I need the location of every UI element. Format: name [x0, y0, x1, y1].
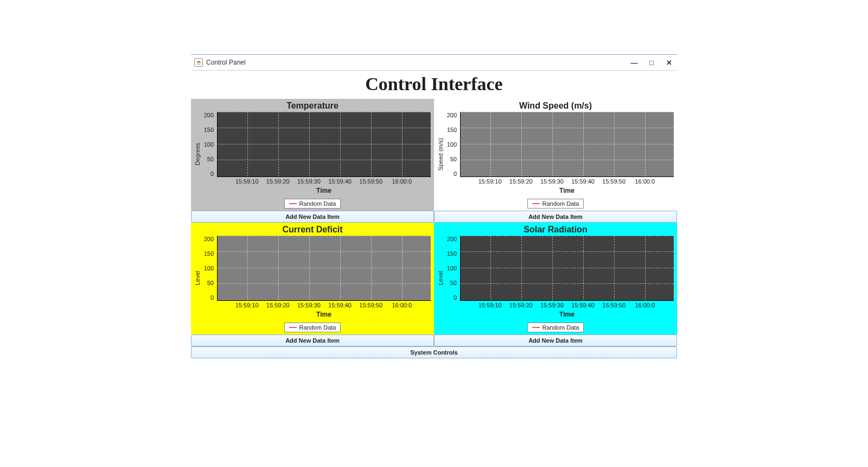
gridline	[247, 236, 248, 300]
x-tick: 15:59:40	[571, 178, 595, 185]
button-row: Add New Data ItemAdd New Data Item	[191, 335, 677, 346]
x-tick: 15:59:40	[571, 302, 595, 308]
gridline	[461, 268, 674, 268]
y-tick: 0	[202, 171, 214, 177]
plot-area	[460, 112, 674, 177]
gridline	[278, 112, 279, 176]
add-data-button[interactable]: Add New Data Item	[434, 335, 677, 346]
maximize-button[interactable]: □	[648, 59, 655, 66]
x-tick: 15:59:20	[509, 178, 533, 185]
y-axis: 200150100500	[445, 112, 459, 177]
y-tick: 150	[202, 250, 214, 257]
y-tick: 150	[202, 127, 214, 133]
bottom-bar: System Controls	[191, 346, 677, 358]
button-row: Add New Data ItemAdd New Data Item	[191, 211, 677, 223]
gridline	[309, 236, 310, 300]
gridline	[552, 112, 553, 176]
y-tick: 200	[445, 236, 457, 242]
x-axis: 15:59:1015:59:2015:59:3015:59:4015:59:50…	[217, 302, 431, 310]
gridline	[552, 236, 553, 300]
legend-label: Random Data	[542, 200, 579, 207]
y-axis-label: Level	[194, 271, 201, 285]
divider	[191, 70, 677, 71]
gridline	[218, 268, 431, 268]
gridline	[674, 236, 674, 300]
gridline	[247, 112, 248, 176]
plot-area	[460, 236, 674, 301]
x-tick: 15:59:20	[266, 178, 290, 185]
panel-wind-speed: Wind Speed (m/s)Speed (m/s)2001501005001…	[434, 99, 677, 211]
gridline	[521, 112, 522, 176]
gridline	[674, 112, 674, 176]
window-title: Control Panel	[206, 59, 630, 66]
x-tick: 15:59:20	[509, 302, 533, 308]
system-controls-button[interactable]: System Controls	[191, 346, 677, 358]
gridline	[218, 283, 431, 284]
y-tick: 0	[445, 294, 457, 301]
gridline	[490, 112, 491, 176]
add-data-button[interactable]: Add New Data Item	[434, 211, 677, 223]
gridline	[461, 251, 674, 252]
gridline	[645, 112, 646, 176]
x-axis-label: Time	[217, 310, 431, 320]
legend-label: Random Data	[299, 324, 336, 331]
gridline	[218, 112, 431, 112]
chart-area: Degrees20015010050015:59:1015:59:2015:59…	[191, 112, 434, 198]
chart-area: Speed (m/s)20015010050015:59:1015:59:201…	[434, 112, 677, 198]
close-button[interactable]: ✕	[665, 59, 673, 66]
panel-title: Temperature	[191, 99, 434, 112]
gridline	[218, 160, 431, 160]
x-tick: 15:59:50	[359, 178, 382, 185]
y-axis: 200150100500	[202, 112, 216, 177]
gridline	[490, 236, 491, 300]
gridline	[521, 236, 522, 300]
gridline	[218, 236, 431, 236]
x-tick: 15:59:50	[602, 178, 626, 185]
legend-label: Random Data	[299, 200, 336, 207]
charts-grid: TemperatureDegrees20015010050015:59:1015…	[191, 99, 677, 346]
gridline	[461, 112, 674, 112]
legend-swatch	[289, 203, 297, 204]
x-tick: 15:59:30	[540, 302, 564, 308]
titlebar: ☕ Control Panel — □ ✕	[191, 55, 677, 70]
y-axis-label: Level	[437, 271, 444, 285]
x-tick: 15:59:20	[266, 302, 290, 308]
legend: Random Data	[284, 323, 341, 332]
x-axis: 15:59:1015:59:2015:59:3015:59:4015:59:50…	[217, 178, 431, 186]
gridline	[431, 112, 431, 176]
y-axis: 200150100500	[202, 236, 216, 301]
x-axis: 15:59:1015:59:2015:59:3015:59:4015:59:50…	[460, 302, 674, 310]
y-tick: 100	[202, 265, 214, 272]
y-tick: 200	[202, 236, 214, 242]
add-data-button[interactable]: Add New Data Item	[191, 211, 434, 223]
y-tick: 200	[445, 112, 457, 118]
y-axis-label: Degrees	[194, 143, 201, 166]
x-axis-label: Time	[217, 186, 431, 197]
x-tick: 15:59:10	[235, 178, 259, 185]
y-axis: 200150100500	[445, 236, 459, 301]
gridline	[309, 112, 310, 176]
x-tick: 15:59:40	[328, 178, 352, 185]
gridline	[583, 236, 584, 300]
x-axis-label: Time	[460, 186, 674, 197]
add-data-button[interactable]: Add New Data Item	[191, 335, 434, 346]
y-tick: 200	[202, 112, 214, 118]
gridline	[218, 251, 431, 252]
legend-swatch	[289, 327, 297, 328]
legend: Random Data	[527, 199, 584, 209]
gridline	[461, 160, 674, 160]
x-tick: 15:59:30	[297, 302, 321, 308]
x-tick: 15:59:50	[359, 302, 382, 308]
panel-solar-radiation: Solar RadiationLevel20015010050015:59:10…	[434, 223, 677, 335]
minimize-button[interactable]: —	[630, 59, 638, 66]
panel-current-deficit: Current DeficitLevel20015010050015:59:10…	[191, 223, 434, 335]
gridline	[340, 236, 341, 300]
gridline	[461, 128, 674, 128]
y-tick: 0	[445, 171, 457, 177]
y-tick: 50	[445, 280, 457, 286]
legend: Random Data	[284, 199, 341, 209]
gridline	[371, 236, 372, 300]
x-tick: 15:59:10	[478, 178, 502, 185]
chart-area: Level20015010050015:59:1015:59:2015:59:3…	[191, 236, 434, 321]
plot-area	[217, 112, 431, 177]
